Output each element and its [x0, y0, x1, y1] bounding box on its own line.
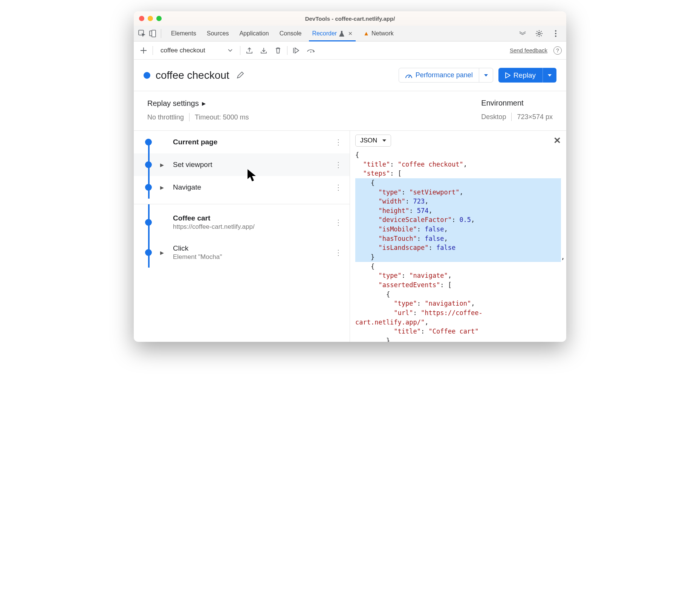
recorder-toolbar: coffee checkout Send feedback ?	[134, 41, 566, 60]
json-title: coffee checkout	[402, 161, 460, 168]
format-selector[interactable]: JSON	[355, 135, 391, 147]
environment-label: Environment	[481, 99, 553, 107]
svg-rect-2	[152, 30, 156, 37]
step-dot	[145, 161, 152, 168]
close-tab-icon[interactable]: ✕	[348, 31, 353, 37]
warning-icon: ▲	[363, 30, 369, 37]
tab-label: Console	[280, 30, 302, 37]
devtools-window: DevTools - coffee-cart.netlify.app/ Elem…	[134, 11, 566, 342]
window-title: DevTools - coffee-cart.netlify.app/	[134, 15, 566, 22]
step-current-page[interactable]: Current page ⋮	[134, 131, 350, 153]
code-view[interactable]: { "title": "coffee checkout", "steps": […	[350, 150, 566, 342]
replay-button[interactable]: Replay	[498, 68, 556, 83]
more-tabs-icon[interactable]	[517, 28, 528, 39]
tab-label: Sources	[207, 30, 229, 37]
recording-selector-label: coffee checkout	[160, 47, 205, 54]
send-feedback-link[interactable]: Send feedback	[510, 47, 547, 54]
import-icon[interactable]	[258, 45, 269, 56]
flask-icon	[339, 31, 344, 37]
device-value: Desktop	[481, 113, 506, 121]
step-menu-icon[interactable]: ⋮	[335, 160, 342, 169]
svg-point-4	[555, 30, 556, 32]
delete-icon[interactable]	[273, 45, 283, 56]
performance-dropdown-icon[interactable]	[479, 68, 493, 82]
tab-label: Elements	[171, 30, 196, 37]
step-dot	[145, 249, 152, 256]
svg-point-5	[555, 33, 556, 34]
chevron-down-icon	[228, 49, 232, 52]
step-title: Set viewport	[173, 161, 326, 169]
step-title: Coffee cart	[173, 214, 326, 222]
tab-application[interactable]: Application	[234, 26, 274, 41]
chevron-right-icon: ▸	[202, 99, 206, 108]
step-menu-icon[interactable]: ⋮	[335, 183, 342, 192]
svg-point-7	[310, 51, 311, 52]
tab-sources[interactable]: Sources	[202, 26, 234, 41]
edit-title-icon[interactable]	[235, 70, 245, 81]
close-code-panel-icon[interactable]: ✕	[553, 135, 561, 146]
dimensions-value: 723×574 px	[517, 113, 553, 121]
tab-elements[interactable]: Elements	[166, 26, 202, 41]
step-dot	[145, 184, 152, 191]
inspect-element-icon[interactable]	[137, 28, 147, 39]
steps-panel: Current page ⋮ ▶ Set viewport ⋮ ▶ Naviga…	[134, 131, 350, 342]
chevron-down-icon	[382, 139, 386, 142]
tab-label: Recorder	[312, 30, 337, 37]
chevron-right-icon: ▶	[160, 162, 165, 168]
device-toggle-icon[interactable]	[147, 28, 158, 39]
replay-settings-toggle[interactable]: Replay settings ▸	[147, 99, 249, 108]
main-body: Current page ⋮ ▶ Set viewport ⋮ ▶ Naviga…	[134, 131, 566, 342]
step-dot	[145, 139, 152, 145]
gauge-icon	[405, 72, 413, 79]
tab-network[interactable]: ▲ Network	[358, 26, 399, 41]
chevron-right-icon: ▶	[160, 250, 165, 256]
tab-console[interactable]: Console	[274, 26, 307, 41]
panel-tabs: Elements Sources Application Console Rec…	[134, 26, 566, 41]
step-dot	[145, 219, 152, 226]
performance-panel-button[interactable]: Performance panel	[399, 68, 493, 83]
step-title: Click	[173, 244, 326, 253]
step-subtitle: Element "Mocha"	[173, 253, 326, 261]
step-subtitle: https://coffee-cart.netlify.app/	[173, 223, 326, 231]
step-click[interactable]: ▶ Click Element "Mocha" ⋮	[134, 237, 350, 268]
step-coffee-cart[interactable]: Coffee cart https://coffee-cart.netlify.…	[134, 204, 350, 237]
recording-status-dot	[144, 72, 150, 79]
replay-settings-label: Replay settings	[147, 99, 199, 108]
recording-selector[interactable]: coffee checkout	[157, 47, 236, 54]
settings-gear-icon[interactable]	[534, 28, 544, 39]
step-replay-icon[interactable]	[291, 45, 302, 56]
performance-panel-label: Performance panel	[416, 71, 473, 79]
step-navigate[interactable]: ▶ Navigate ⋮	[134, 176, 350, 199]
tab-label: Network	[371, 30, 394, 37]
step-menu-icon[interactable]: ⋮	[335, 248, 342, 257]
tab-label: Application	[239, 30, 269, 37]
chevron-right-icon: ▶	[160, 185, 165, 190]
step-over-icon[interactable]	[306, 45, 316, 56]
recording-title: coffee checkout	[156, 69, 229, 81]
code-panel: JSON ✕ { "title": "coffee checkout", "st…	[350, 131, 566, 342]
export-icon[interactable]	[244, 45, 255, 56]
help-icon[interactable]: ?	[553, 46, 562, 55]
step-title: Navigate	[173, 183, 326, 191]
format-label: JSON	[360, 137, 377, 144]
step-set-viewport[interactable]: ▶ Set viewport ⋮	[134, 153, 350, 176]
throttling-value: No throttling	[147, 113, 184, 121]
tab-recorder[interactable]: Recorder ✕	[307, 26, 358, 41]
kebab-menu-icon[interactable]	[550, 28, 561, 39]
replay-dropdown-icon[interactable]	[543, 68, 556, 83]
window-titlebar: DevTools - coffee-cart.netlify.app/	[134, 11, 566, 26]
step-menu-icon[interactable]: ⋮	[335, 138, 342, 147]
timeout-value: Timeout: 5000 ms	[195, 113, 249, 121]
recording-header: coffee checkout Performance panel	[134, 60, 566, 91]
play-icon	[505, 72, 510, 78]
svg-point-6	[555, 35, 556, 37]
step-title: Current page	[173, 138, 326, 146]
step-menu-icon[interactable]: ⋮	[335, 218, 342, 227]
replay-label: Replay	[514, 71, 536, 80]
new-recording-icon[interactable]	[138, 45, 149, 56]
settings-row: Replay settings ▸ No throttling Timeout:…	[134, 91, 566, 131]
svg-point-3	[538, 32, 540, 35]
